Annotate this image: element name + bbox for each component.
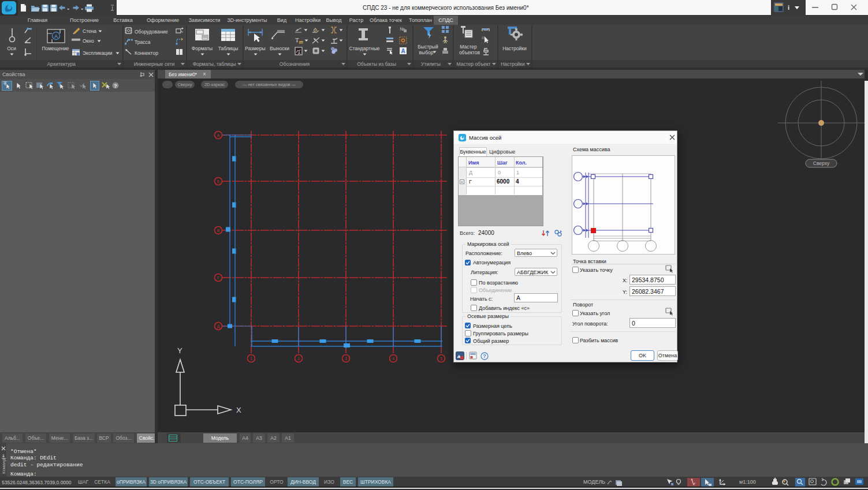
svg-text:Б: Б — [217, 179, 220, 184]
svg-text:Y: Y — [177, 346, 182, 355]
svg-text:Сверху: Сверху — [813, 160, 830, 166]
svg-text:5: 5 — [440, 357, 442, 361]
svg-text:A: A — [54, 33, 58, 39]
svg-text:см: см — [300, 41, 303, 44]
svg-text:2: 2 — [297, 357, 300, 361]
svg-text:Д: Д — [217, 324, 220, 329]
svg-text:X: X — [236, 406, 241, 414]
svg-text:1: 1 — [250, 357, 252, 361]
svg-text:А: А — [401, 48, 405, 54]
svg-text:3: 3 — [345, 357, 347, 361]
svg-text:?: ? — [114, 83, 117, 89]
svg-text:i: i — [788, 4, 789, 11]
svg-text:4: 4 — [392, 357, 394, 361]
svg-text:?: ? — [483, 353, 486, 359]
svg-text:В: В — [217, 229, 220, 233]
svg-text:A: A — [298, 51, 300, 55]
svg-text:А: А — [217, 133, 220, 137]
svg-text:T: T — [295, 36, 299, 43]
svg-text:Г: Г — [217, 276, 219, 280]
